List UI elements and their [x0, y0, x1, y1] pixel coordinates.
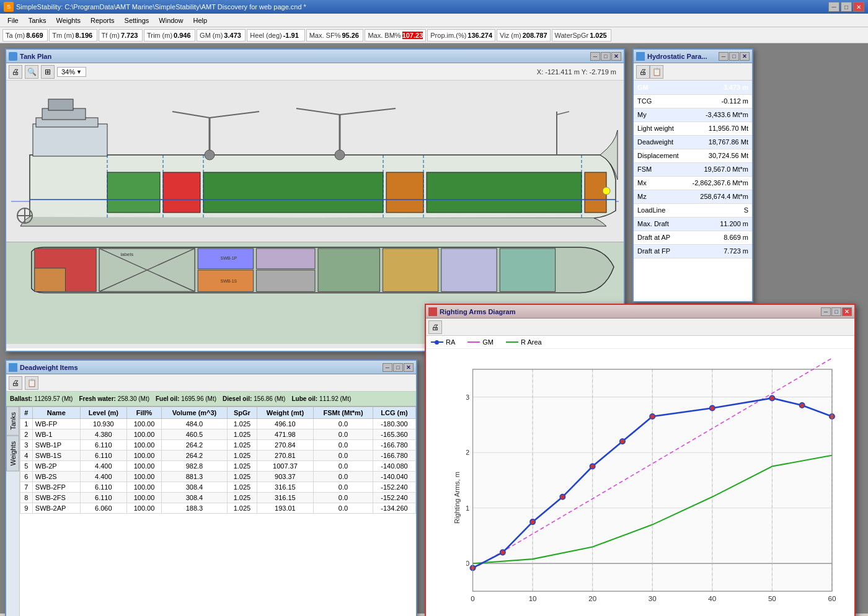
- hydro-label: Mz: [634, 190, 685, 203]
- hydro-print[interactable]: 🖨: [636, 65, 650, 79]
- tab-weights[interactable]: Weights: [6, 436, 19, 472]
- svg-point-87: [799, 403, 804, 408]
- hydrostatic-panel: Hydrostatic Para... ─ □ ✕ 🖨 📋 GM3.473 mT…: [632, 48, 753, 302]
- dw-table-wrapper: #NameLevel (m)Fill%Volume (m^3)SpGrWeigh…: [20, 407, 416, 583]
- svg-text:20: 20: [588, 595, 596, 602]
- menu-weights[interactable]: Weights: [51, 15, 86, 25]
- table-row[interactable]: 4SWB-1S6.110100.00264.21.025270.810.0-16…: [20, 451, 416, 461]
- svg-text:40: 40: [708, 595, 716, 602]
- svg-rect-4: [48, 99, 73, 110]
- status-gm: GM (m) 3.473: [197, 29, 246, 42]
- dw-toolbar: 🖨 📋: [6, 374, 416, 392]
- menu-tanks[interactable]: Tanks: [24, 15, 51, 25]
- ra-print[interactable]: 🖨: [428, 320, 442, 334]
- dw-maximize[interactable]: □: [393, 363, 403, 372]
- table-row[interactable]: 3SWB-1P6.110100.00264.21.025270.840.0-16…: [20, 440, 416, 451]
- chart-container: Righting Arms, m Heel Angle Prt, deg 010…: [426, 349, 854, 616]
- svg-text:0: 0: [466, 560, 469, 567]
- ra-maximize[interactable]: □: [831, 307, 841, 316]
- table-row[interactable]: 2WB-14.380100.00460.51.025471.980.0-165.…: [20, 429, 416, 440]
- table-header: #: [20, 407, 33, 419]
- hydro-value: 258,674.4 Mt*m: [685, 190, 752, 203]
- table-header: Level (m): [80, 407, 126, 419]
- hydro-label: TCG: [634, 94, 685, 108]
- print-button[interactable]: 🖨: [9, 65, 22, 79]
- status-heel: Heel (deg) -1.91: [247, 29, 304, 42]
- tank-plan-maximize[interactable]: □: [601, 52, 611, 61]
- summary-item: Lube oil:111.92 (Mt): [291, 395, 351, 402]
- hydro-value: S: [685, 203, 752, 217]
- svg-point-83: [620, 439, 625, 444]
- svg-point-80: [530, 519, 535, 524]
- status-prop: Prop.im.(%) 136.274: [427, 29, 495, 42]
- zoom-in-button[interactable]: 🔍: [25, 65, 38, 79]
- table-header: Name: [32, 407, 80, 419]
- table-row[interactable]: 5WB-2P4.400100.00982.81.0251007.370.0-14…: [20, 461, 416, 472]
- svg-text:labels: labels: [120, 252, 133, 257]
- svg-line-11: [296, 108, 340, 115]
- status-ta: Ta (m) 8.669: [2, 29, 48, 42]
- dw-copy[interactable]: 📋: [25, 376, 38, 390]
- table-row[interactable]: 7SWB-2FP6.110100.00308.41.025316.150.0-1…: [20, 482, 416, 493]
- svg-text:0: 0: [471, 595, 474, 602]
- status-tm: Tm (m) 8.196: [49, 29, 97, 42]
- tab-tanks[interactable]: Tanks: [6, 407, 19, 436]
- hydro-label: Max. Draft: [634, 217, 685, 231]
- chart-legend: RA GM R Area: [426, 336, 854, 349]
- hydro-table-container: GM3.473 mTCG-0.112 mMy-3,433.6 Mt*mLight…: [634, 81, 752, 301]
- title-bar: S SimpleStability: C:\ProgramData\AMT Ma…: [0, 0, 868, 14]
- tank-plan-minimize[interactable]: ─: [590, 52, 600, 61]
- hydrostatic-label: Hydrostatic Para...: [647, 53, 707, 60]
- hydro-value: 7.723 m: [685, 244, 752, 258]
- status-sf: Max. SF% 95.26: [306, 29, 364, 42]
- ra-minimize[interactable]: ─: [821, 307, 831, 316]
- menu-window[interactable]: Window: [154, 15, 188, 25]
- menu-reports[interactable]: Reports: [86, 15, 120, 25]
- hydro-value: -2,862,367.6 Mt*m: [685, 176, 752, 190]
- svg-text:60: 60: [828, 595, 836, 602]
- status-trim: Trim (m) 0.946: [144, 29, 195, 42]
- ra-close[interactable]: ✕: [842, 307, 852, 316]
- hydro-label: GM: [634, 81, 685, 94]
- hydro-value: 11,956.70 Mt: [685, 121, 752, 135]
- hydro-label: My: [634, 108, 685, 121]
- maximize-button[interactable]: □: [841, 2, 852, 12]
- dw-minimize[interactable]: ─: [383, 363, 392, 372]
- dw-print[interactable]: 🖨: [9, 376, 22, 390]
- zoom-fit-button[interactable]: ⊞: [41, 65, 55, 79]
- dw-close[interactable]: ✕: [404, 363, 414, 372]
- table-row[interactable]: 6WB-2S4.400100.00881.31.025903.370.0-140…: [20, 472, 416, 482]
- minimize-button[interactable]: ─: [828, 2, 839, 12]
- hydro-minimize[interactable]: ─: [719, 52, 728, 61]
- table-row[interactable]: 9SWB-2AP6.060100.00188.31.025193.010.0-1…: [20, 503, 416, 514]
- menu-help[interactable]: Help: [188, 15, 212, 25]
- table-header: Fill%: [126, 407, 161, 419]
- hydro-value: 8.669 m: [685, 231, 752, 244]
- hydro-maximize[interactable]: □: [729, 52, 739, 61]
- table-row[interactable]: 1WB-FP10.930100.00484.01.025496.100.0-18…: [20, 419, 416, 429]
- hydro-table: GM3.473 mTCG-0.112 mMy-3,433.6 Mt*mLight…: [634, 81, 752, 258]
- hydro-label: Deadweight: [634, 135, 685, 149]
- summary-item: Diesel oil:156.86 (Mt): [223, 395, 285, 402]
- summary-item: Fresh water:258.30 (Mt): [79, 395, 149, 402]
- tank-plan-label: Tank Plan: [20, 53, 51, 60]
- svg-point-31: [603, 187, 610, 195]
- hydro-close[interactable]: ✕: [740, 52, 750, 61]
- workspace: Tank Plan ─ □ ✕ 🖨 🔍 ⊞ 34% ▼ X: -121.411 …: [0, 43, 868, 614]
- zoom-display[interactable]: 34% ▼: [57, 67, 86, 77]
- table-header: FSMt (Mt*m): [313, 407, 373, 419]
- menu-file[interactable]: File: [2, 15, 24, 25]
- ra-title: Righting Arms Diagram ─ □ ✕: [426, 305, 854, 319]
- hydro-value: 11.200 m: [685, 217, 752, 231]
- ra-label: Righting Arms Diagram: [440, 308, 515, 315]
- table-header: SpGr: [227, 407, 257, 419]
- svg-rect-16: [163, 172, 200, 213]
- table-row[interactable]: 8SWB-2FS6.110100.00308.41.025316.150.0-1…: [20, 493, 416, 503]
- tank-plan-close[interactable]: ✕: [611, 52, 621, 61]
- svg-rect-44: [500, 249, 555, 292]
- hydro-copy[interactable]: 📋: [650, 65, 663, 79]
- close-button[interactable]: ✕: [853, 2, 864, 12]
- svg-text:50: 50: [768, 595, 776, 602]
- svg-point-8: [205, 150, 215, 160]
- menu-settings[interactable]: Settings: [120, 15, 154, 25]
